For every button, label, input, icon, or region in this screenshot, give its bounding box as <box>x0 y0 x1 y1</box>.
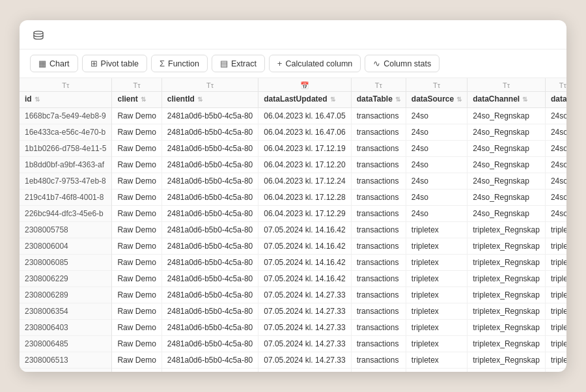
col-label-data: data <box>551 94 566 104</box>
cell-r4-c1: Raw Demo <box>112 173 161 189</box>
cell-r5-c7: 24so <box>545 189 566 206</box>
text-type-icon: Tτ <box>503 81 510 89</box>
toolbar-btn-chart[interactable]: ▦Chart <box>30 55 78 72</box>
table-row[interactable]: 219c41b7-46f8-4001-8Raw Demo2481a0d6-b5b… <box>20 189 566 206</box>
cell-r2-c2: 2481a0d6-b5b0-4c5a-80 <box>161 141 258 157</box>
cell-r0-c5: 24so <box>406 108 467 124</box>
cell-r13-c2: 2481a0d6-b5b0-4c5a-80 <box>161 320 258 336</box>
col-header-client[interactable]: client⇅ <box>112 92 161 108</box>
cell-r10-c0: 2308006229 <box>20 271 112 287</box>
table-row[interactable]: 16e433ca-e56c-4e70-bRaw Demo2481a0d6-b5b… <box>20 124 566 141</box>
cell-r12-c2: 2481a0d6-b5b0-4c5a-80 <box>161 303 258 320</box>
table-row[interactable]: 2308006513Raw Demo2481a0d6-b5b0-4c5a-800… <box>20 352 566 369</box>
cell-r3-c4: transactions <box>351 157 406 173</box>
cell-r14-c0: 2308006485 <box>20 336 112 352</box>
col-header-dataLastUpdated[interactable]: dataLastUpdated⇅ <box>258 92 351 108</box>
toolbar-btn-extract[interactable]: ▤Extract <box>212 55 265 72</box>
text-type-icon: Tτ <box>62 81 69 89</box>
cell-r13-c0: 2308006403 <box>20 320 112 336</box>
toolbar-btn-function[interactable]: ΣFunction <box>151 55 208 72</box>
toolbar-btn-pivot-table[interactable]: ⊞Pivot table <box>82 55 147 72</box>
table-row[interactable]: 2308006085Raw Demo2481a0d6-b5b0-4c5a-800… <box>20 255 566 271</box>
cell-r7-c7: triple <box>545 222 566 238</box>
cell-r4-c3: 06.04.2023 kl. 17.12.24 <box>258 173 351 189</box>
cell-r11-c2: 2481a0d6-b5b0-4c5a-80 <box>161 287 258 303</box>
cell-r15-c0: 2308006513 <box>20 352 112 369</box>
sort-icon-dataChannel: ⇅ <box>522 96 527 103</box>
cell-r1-c1: Raw Demo <box>112 124 161 141</box>
cell-r12-c3: 07.05.2024 kl. 14.27.33 <box>258 303 351 320</box>
raw-label <box>33 29 48 44</box>
cell-r1-c2: 2481a0d6-b5b0-4c5a-80 <box>161 124 258 141</box>
col-header-dataChannel[interactable]: dataChannel⇅ <box>467 92 546 108</box>
column-type-row: TτTτTτ📅TτTτTτTτ <box>20 78 566 92</box>
col-type-id: Tτ <box>20 78 112 92</box>
column-stats-label: Column stats <box>384 59 431 68</box>
text-type-icon: Tτ <box>559 81 566 89</box>
cell-r16-c1: Raw Demo <box>112 369 161 372</box>
cell-r10-c3: 07.05.2024 kl. 14.16.42 <box>258 271 351 287</box>
table-row[interactable]: 226bc944-dfc3-45e6-bRaw Demo2481a0d6-b5b… <box>20 206 566 222</box>
table-row[interactable]: 2308006354Raw Demo2481a0d6-b5b0-4c5a-800… <box>20 303 566 320</box>
cell-r14-c3: 07.05.2024 kl. 14.27.33 <box>258 336 351 352</box>
cell-r16-c4: transactions <box>351 369 406 372</box>
table-row[interactable]: 2308006004Raw Demo2481a0d6-b5b0-4c5a-800… <box>20 238 566 255</box>
cell-r7-c4: transactions <box>351 222 406 238</box>
col-label-client: client <box>117 94 137 104</box>
table-row[interactable]: 2308006485Raw Demo2481a0d6-b5b0-4c5a-800… <box>20 336 566 352</box>
col-header-dataTable[interactable]: dataTable⇅ <box>351 92 406 108</box>
table-row[interactable]: 2308006229Raw Demo2481a0d6-b5b0-4c5a-800… <box>20 271 566 287</box>
toolbar-btn-calculated-column[interactable]: +Calculated column <box>269 55 361 72</box>
cell-r8-c7: triple <box>545 238 566 255</box>
cell-r2-c7: 24so <box>545 141 566 157</box>
cell-r13-c5: tripletex <box>406 320 467 336</box>
sort-icon-clientId: ⇅ <box>197 96 202 103</box>
col-header-data[interactable]: data⇅ <box>545 92 566 108</box>
cell-r16-c5: tripletex <box>406 369 467 372</box>
cell-r2-c5: 24so <box>406 141 467 157</box>
table-row[interactable]: 1668bc7a-5e49-4eb8-9Raw Demo2481a0d6-b5b… <box>20 108 566 124</box>
cell-r10-c6: tripletex_Regnskap <box>467 271 546 287</box>
col-header-dataSource[interactable]: dataSource⇅ <box>406 92 467 108</box>
cell-r2-c0: 1b1b0266-d758-4e11-5 <box>20 141 112 157</box>
extract-label: Extract <box>231 59 257 68</box>
cell-r5-c0: 219c41b7-46f8-4001-8 <box>20 189 112 206</box>
text-type-icon: Tτ <box>433 81 440 89</box>
cell-r5-c3: 06.04.2023 kl. 17.12.28 <box>258 189 351 206</box>
table-wrapper[interactable]: TτTτTτ📅TτTτTτTτ id⇅client⇅clientId⇅dataL… <box>20 78 566 372</box>
cell-r13-c3: 07.05.2024 kl. 14.27.33 <box>258 320 351 336</box>
toolbar-btn-column-stats[interactable]: ∿Column stats <box>365 55 440 72</box>
col-type-dataTable: Tτ <box>351 78 406 92</box>
cell-r14-c4: transactions <box>351 336 406 352</box>
table-row[interactable]: 2308006289Raw Demo2481a0d6-b5b0-4c5a-800… <box>20 287 566 303</box>
table-row[interactable]: 2308006529Raw Demo2481a0d6-b5b0-4c5a-800… <box>20 369 566 372</box>
cell-r3-c7: 24so <box>545 157 566 173</box>
cell-r8-c0: 2308006004 <box>20 238 112 255</box>
cell-r6-c0: 226bc944-dfc3-45e6-b <box>20 206 112 222</box>
cell-r5-c1: Raw Demo <box>112 189 161 206</box>
table-row[interactable]: 1eb480c7-9753-47eb-8Raw Demo2481a0d6-b5b… <box>20 173 566 189</box>
cell-r16-c2: 2481a0d6-b5b0-4c5a-80 <box>161 369 258 372</box>
col-header-id[interactable]: id⇅ <box>20 92 112 108</box>
cell-r0-c0: 1668bc7a-5e49-4eb8-9 <box>20 108 112 124</box>
table-row[interactable]: 2308006403Raw Demo2481a0d6-b5b0-4c5a-800… <box>20 320 566 336</box>
table-body: 1668bc7a-5e49-4eb8-9Raw Demo2481a0d6-b5b… <box>20 108 566 372</box>
cell-r10-c7: triple <box>545 271 566 287</box>
sort-icon-dataLastUpdated: ⇅ <box>330 96 335 103</box>
cell-r6-c2: 2481a0d6-b5b0-4c5a-80 <box>161 206 258 222</box>
cell-r1-c6: 24so_Regnskap <box>467 124 546 141</box>
cell-r15-c6: tripletex_Regnskap <box>467 352 546 369</box>
col-header-clientId[interactable]: clientId⇅ <box>161 92 258 108</box>
cell-r9-c5: tripletex <box>406 255 467 271</box>
cell-r11-c3: 07.05.2024 kl. 14.27.33 <box>258 287 351 303</box>
table-row[interactable]: 2308005758Raw Demo2481a0d6-b5b0-4c5a-800… <box>20 222 566 238</box>
cell-r1-c4: transactions <box>351 124 406 141</box>
cell-r3-c2: 2481a0d6-b5b0-4c5a-80 <box>161 157 258 173</box>
cell-r2-c1: Raw Demo <box>112 141 161 157</box>
chart-label: Chart <box>49 59 70 68</box>
table-row[interactable]: 1b1b0266-d758-4e11-5Raw Demo2481a0d6-b5b… <box>20 141 566 157</box>
table-row[interactable]: 1b8dd0bf-a9bf-4363-afRaw Demo2481a0d6-b5… <box>20 157 566 173</box>
cell-r8-c2: 2481a0d6-b5b0-4c5a-80 <box>161 238 258 255</box>
cell-r15-c4: transactions <box>351 352 406 369</box>
col-label-dataSource: dataSource <box>412 94 454 104</box>
